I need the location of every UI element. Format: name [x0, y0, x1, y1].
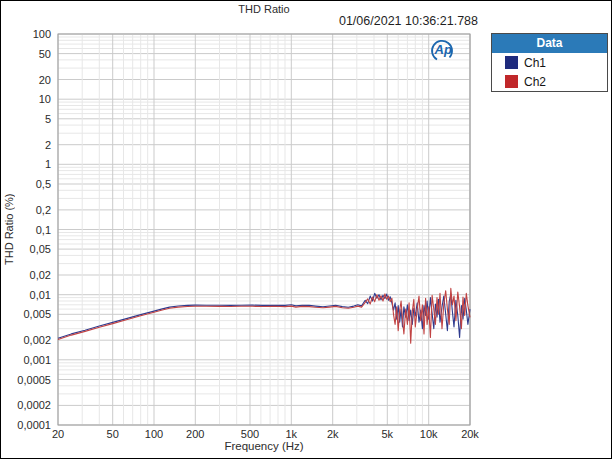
- series-line-ch2: [58, 288, 470, 343]
- x-tick-label: 10k: [420, 428, 438, 440]
- y-tick-label: 0,0002: [17, 399, 51, 411]
- x-tick-label: 1k: [285, 428, 297, 440]
- ch2-label: Ch2: [524, 75, 546, 89]
- audio-precision-logo: Ap: [428, 36, 458, 63]
- y-tick-label: 0,005: [23, 308, 51, 320]
- x-tick-label: 500: [241, 428, 259, 440]
- y-tick-label: 0,2: [36, 204, 51, 216]
- y-tick-label: 0,5: [36, 178, 51, 190]
- y-tick-label: 0,0005: [17, 374, 51, 386]
- y-tick-label: 0,001: [23, 354, 51, 366]
- y-tick-label: 0,1: [36, 224, 51, 236]
- x-tick-label: 2k: [327, 428, 339, 440]
- y-tick-label: 1: [45, 158, 51, 170]
- y-tick-label: 0,002: [23, 334, 51, 346]
- y-tick-label: 10: [39, 93, 51, 105]
- data-legend: Data Ch1 Ch2: [491, 33, 608, 92]
- y-tick-label: 0,0001: [17, 419, 51, 431]
- y-tick-label: 0,01: [30, 289, 51, 301]
- y-tick-label: 0,02: [30, 269, 51, 281]
- y-tick-label: 5: [45, 113, 51, 125]
- x-tick-label: 200: [186, 428, 204, 440]
- x-tick-label: 100: [145, 428, 163, 440]
- x-tick-label: 20: [52, 428, 64, 440]
- ap-logo-text: Ap: [434, 42, 452, 57]
- legend-item-ch2[interactable]: Ch2: [492, 72, 607, 91]
- thd-ratio-window: THD Ratio 01/06/2021 10:36:21.788 100502…: [0, 0, 612, 459]
- ch2-color-swatch: [505, 75, 518, 88]
- legend-item-ch1[interactable]: Ch1: [492, 53, 607, 72]
- y-tick-label: 20: [39, 74, 51, 86]
- ch1-color-swatch: [505, 56, 518, 69]
- y-tick-label: 100: [33, 28, 51, 40]
- y-tick-label: 0,05: [30, 243, 51, 255]
- x-tick-label: 50: [107, 428, 119, 440]
- ch1-label: Ch1: [524, 56, 546, 70]
- y-tick-label: 2: [45, 139, 51, 151]
- legend-header: Data: [492, 34, 607, 53]
- x-axis-title: Frequency (Hz): [58, 440, 470, 452]
- y-axis-title: THD Ratio (%): [2, 34, 16, 425]
- x-tick-label: 20k: [461, 428, 479, 440]
- y-tick-label: 50: [39, 48, 51, 60]
- x-tick-label: 5k: [381, 428, 393, 440]
